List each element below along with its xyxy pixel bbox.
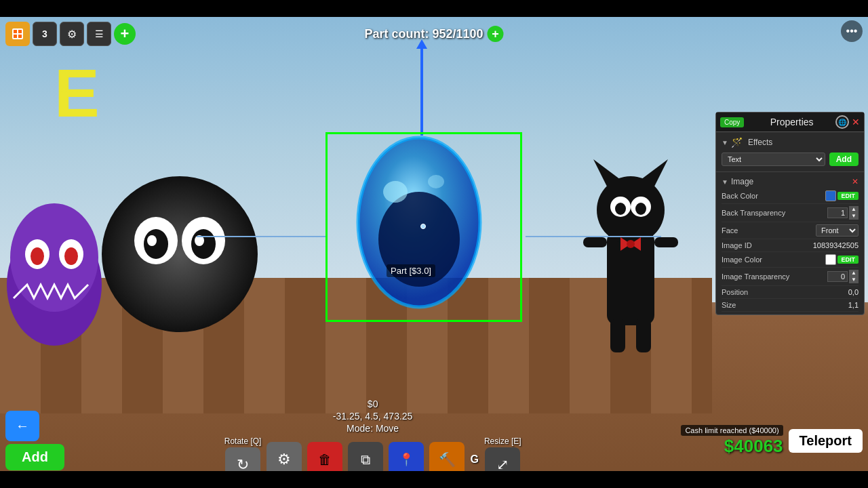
image-transparency-spinner: ▲ ▼ — [849, 270, 859, 283]
movement-arrow-up — [420, 47, 423, 136]
image-section-title: Image — [731, 177, 753, 186]
svg-rect-29 — [654, 237, 678, 247]
layers-icon[interactable]: ☰ — [87, 22, 111, 46]
cash-limit-notice: Cash limit reached ($40000) — [681, 425, 783, 436]
image-transparency-label: Image Transparency — [722, 272, 827, 281]
prop-row-back-color: Back Color EDIT — [722, 188, 859, 204]
rotate-label: Rotate [Q] — [224, 436, 262, 446]
effects-section: ▼ 🪄 Effects Text Add — [716, 132, 864, 172]
top-toolbar: 3 ⚙ ☰ + Part count: 952/1100 + — [0, 17, 868, 51]
back-transparency-down[interactable]: ▼ — [849, 213, 859, 220]
more-options-button[interactable]: ••• — [841, 20, 863, 42]
back-color-edit-button[interactable]: EDIT — [837, 192, 859, 200]
image-transparency-input[interactable] — [827, 271, 848, 282]
black-bar-top — [0, 0, 868, 17]
svg-point-10 — [147, 235, 157, 246]
back-color-label: Back Color — [722, 192, 825, 200]
price-display: $0 — [368, 399, 378, 409]
prop-row-image-color: Image Color EDIT — [722, 252, 859, 268]
prop-row-image-id: Image ID 10839342505 — [722, 239, 859, 252]
panel-close-button[interactable]: ✕ — [852, 117, 860, 127]
svg-rect-36 — [18, 35, 22, 38]
back-transparency-spinner: ▲ ▼ — [849, 206, 859, 220]
character-black-circle — [102, 176, 258, 332]
character-purple-monster — [0, 149, 108, 352]
center-hud: $0 -31.25, 4.5, 473.25 Mode: Move Rotate… — [64, 399, 682, 483]
copy-panel-button[interactable]: Copy — [720, 117, 744, 127]
g-label: G — [470, 453, 478, 466]
svg-point-1 — [10, 203, 98, 312]
image-section-header[interactable]: ▼ Image ✕ — [722, 175, 859, 188]
effects-add-button[interactable]: Add — [829, 152, 859, 166]
svg-point-4 — [31, 247, 44, 265]
add-toolbar-button[interactable]: + — [114, 23, 136, 45]
black-bar-bottom — [0, 471, 868, 488]
image-collapse-arrow: ▼ — [722, 178, 728, 186]
image-color-edit-button[interactable]: EDIT — [837, 256, 859, 264]
image-id-label: Image ID — [722, 241, 813, 249]
svg-rect-35 — [14, 35, 17, 38]
svg-point-23 — [615, 203, 626, 215]
back-transparency-input[interactable] — [827, 207, 848, 218]
effects-add-row: Text Add — [722, 150, 859, 169]
background-text: E — [54, 54, 100, 132]
face-label: Face — [722, 226, 816, 235]
svg-rect-33 — [14, 30, 17, 33]
effects-type-dropdown[interactable]: Text — [722, 152, 825, 166]
back-transparency-up[interactable]: ▲ — [849, 206, 859, 213]
selection-handle-left — [197, 236, 326, 237]
size-value: 1,1 — [848, 301, 859, 309]
prop-row-image-transparency: Image Transparency ▲ ▼ — [722, 268, 859, 286]
selection-handle-right — [526, 236, 661, 237]
toolbar-left: 3 ⚙ ☰ + — [0, 22, 136, 46]
image-color-label: Image Color — [722, 256, 825, 264]
image-transparency-up[interactable]: ▲ — [849, 270, 859, 277]
prop-row-size: Size 1,1 — [722, 299, 859, 312]
gear-icon[interactable]: ⚙ — [60, 22, 84, 46]
teleport-button[interactable]: Teleport — [789, 429, 863, 453]
svg-point-8 — [144, 229, 168, 259]
svg-rect-31 — [636, 319, 651, 352]
bottom-left-controls: ← Add — [0, 411, 64, 470]
bottom-right-hud: Cash limit reached ($40000) $40063 Telep… — [681, 425, 868, 457]
svg-point-9 — [191, 229, 216, 259]
prop-row-back-transparency: Back Transparency ▲ ▼ — [722, 204, 859, 222]
image-section: ▼ Image ✕ Back Color EDIT Back Transpare… — [716, 172, 864, 314]
notifications-icon[interactable]: 3 — [33, 22, 57, 46]
image-section-close[interactable]: ✕ — [852, 177, 859, 186]
prop-row-face: Face Front Back Top Bottom Left Right — [722, 222, 859, 239]
svg-point-24 — [635, 203, 646, 215]
panel-header: Copy Properties 🌐 ✕ — [716, 113, 864, 132]
back-button[interactable]: ← — [5, 411, 39, 441]
effects-section-header[interactable]: ▼ 🪄 Effects — [722, 135, 859, 150]
svg-rect-30 — [610, 319, 625, 352]
face-dropdown[interactable]: Front Back Top Bottom Left Right — [816, 224, 859, 237]
mode-display: Mode: Move — [347, 423, 399, 434]
coordinates-display: -31.25, 4.5, 473.25 — [333, 411, 413, 422]
properties-panel: Copy Properties 🌐 ✕ ▼ 🪄 Effects Text Add… — [715, 112, 865, 315]
selection-center-dot — [420, 224, 426, 229]
image-id-value: 10839342505 — [813, 241, 859, 249]
part-count-display: Part count: 952/1100 + — [364, 26, 503, 42]
globe-icon[interactable]: 🌐 — [835, 115, 849, 129]
panel-title: Properties — [748, 117, 835, 127]
back-transparency-label: Back Transparency — [722, 209, 827, 217]
image-transparency-down[interactable]: ▼ — [849, 277, 859, 283]
part-label: Part [$3.0] — [387, 264, 435, 277]
svg-rect-28 — [583, 237, 607, 247]
position-label: Position — [722, 288, 848, 296]
svg-rect-34 — [18, 30, 22, 33]
svg-point-5 — [64, 247, 78, 265]
character-cat — [570, 149, 692, 366]
back-color-swatch[interactable] — [825, 190, 836, 201]
bottom-hud: ← Add $0 -31.25, 4.5, 473.25 Mode: Move … — [0, 410, 868, 471]
resize-label: Resize [E] — [484, 436, 521, 446]
effects-collapse-arrow: ▼ — [722, 139, 728, 146]
image-color-swatch[interactable] — [825, 254, 836, 265]
add-button[interactable]: Add — [5, 444, 64, 470]
svg-point-27 — [627, 240, 635, 248]
size-label: Size — [722, 301, 848, 309]
part-count-add-button[interactable]: + — [488, 26, 504, 42]
prop-row-position: Position 0,0 — [722, 286, 859, 299]
roblox-icon[interactable] — [5, 22, 30, 46]
